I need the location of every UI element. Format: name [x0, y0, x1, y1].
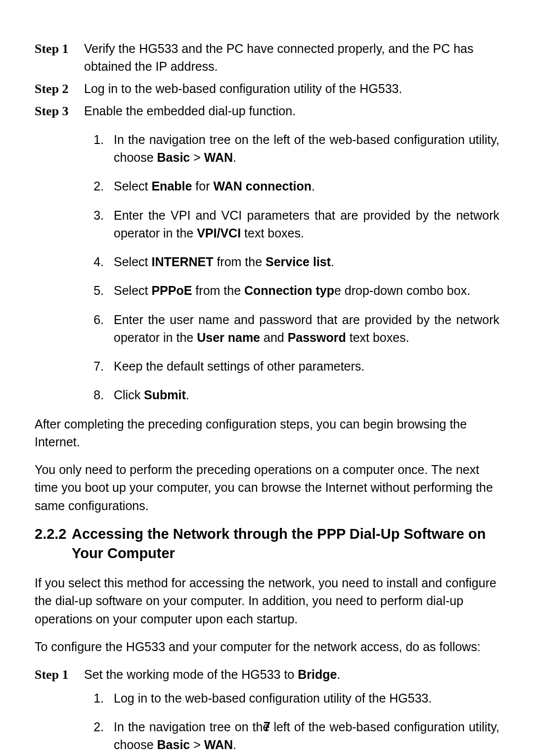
bold-run: Password — [288, 331, 346, 344]
text-run: . — [331, 255, 334, 269]
list-text: Select Enable for WAN connection. — [114, 177, 499, 195]
bold-run: WAN — [204, 150, 233, 164]
list-text: Select INTERNET from the Service list. — [114, 253, 499, 271]
list-text: Select PPPoE from the Connection type dr… — [114, 282, 499, 299]
step-label: Step 1 — [35, 665, 84, 684]
bold-run: Service list — [266, 255, 331, 269]
list-item: 3. Enter the VPI and VCI parameters that… — [79, 206, 499, 242]
page: Step 1 Verify the HG533 and the PC have … — [0, 0, 534, 756]
text-run: . — [186, 388, 189, 402]
list-marker: 2. — [79, 177, 114, 195]
list-item: 7. Keep the default settings of other pa… — [79, 357, 499, 375]
bold-run: Bridge — [298, 667, 337, 681]
step-text: Enable the embedded dial-up function. — [84, 102, 499, 121]
list-item: 8. Click Submit. — [79, 386, 499, 404]
bold-run: VPI/VCI — [197, 226, 241, 240]
page-number: 7 — [0, 719, 534, 734]
bold-run: WAN — [204, 738, 233, 752]
list-text: Click Submit. — [114, 386, 499, 404]
text-run: for — [192, 179, 213, 193]
bold-run: Enable — [151, 179, 192, 193]
list-item: 5. Select PPPoE from the Connection type… — [79, 282, 499, 299]
heading-number: 2.2.2 — [35, 524, 72, 563]
text-run: Select — [114, 179, 151, 193]
text-run: and — [260, 331, 288, 344]
text-run: . — [312, 179, 315, 193]
step-text: Verify the HG533 and the PC have connect… — [84, 40, 499, 76]
step-label: Step 1 — [35, 40, 84, 76]
text-run: Select — [114, 284, 151, 297]
bold-run: INTERNET — [151, 255, 213, 269]
list-text: In the navigation tree on the left of th… — [114, 131, 499, 167]
list-text: Log in to the web-based configuration ut… — [114, 689, 499, 707]
list-marker: 8. — [79, 386, 114, 404]
text-run: Select — [114, 255, 151, 269]
list-item: 1. In the navigation tree on the left of… — [79, 131, 499, 167]
list-marker: 5. — [79, 282, 114, 299]
text-run: > — [190, 150, 204, 164]
list-text: Enter the user name and password that ar… — [114, 311, 499, 347]
list-marker: 3. — [79, 206, 114, 242]
text-run: text boxes. — [241, 226, 304, 240]
bold-run: Connection typ — [244, 284, 334, 297]
step-label: Step 3 — [35, 102, 84, 121]
text-run: from the — [192, 284, 244, 297]
paragraph: You only need to perform the preceding o… — [35, 461, 499, 515]
ordered-list-a: 1. In the navigation tree on the left of… — [79, 131, 499, 404]
list-item: 4. Select INTERNET from the Service list… — [79, 253, 499, 271]
list-item: 6. Enter the user name and password that… — [79, 311, 499, 347]
paragraph: If you select this method for accessing … — [35, 574, 499, 628]
text-run: from the — [213, 255, 266, 269]
step-1: Step 1 Verify the HG533 and the PC have … — [35, 40, 499, 76]
list-marker: 7. — [79, 357, 114, 375]
list-marker: 6. — [79, 311, 114, 347]
text-run: > — [190, 738, 204, 752]
list-marker: 4. — [79, 253, 114, 271]
list-text: Enter the VPI and VCI parameters that ar… — [114, 206, 499, 242]
step-3: Step 3 Enable the embedded dial-up funct… — [35, 102, 499, 121]
step-text: Set the working mode of the HG533 to Bri… — [84, 665, 499, 684]
bold-run: Basic — [157, 738, 190, 752]
text-run: . — [233, 738, 236, 752]
text-run: Click — [114, 388, 144, 402]
bold-run: PPPoE — [151, 284, 192, 297]
list-item: 2. Select Enable for WAN connection. — [79, 177, 499, 195]
text-run: . — [233, 150, 236, 164]
paragraph: To configure the HG533 and your computer… — [35, 638, 499, 656]
list-text: Keep the default settings of other param… — [114, 357, 499, 375]
section-heading: 2.2.2 Accessing the Network through the … — [35, 524, 499, 563]
text-run: Log in to the web-based configuration ut… — [114, 691, 432, 705]
text-run: text boxes. — [346, 331, 409, 344]
heading-text: Accessing the Network through the PPP Di… — [72, 524, 499, 563]
list-marker: 1. — [79, 689, 114, 707]
bold-run: User name — [197, 331, 260, 344]
text-run: Keep the default settings of other param… — [114, 359, 364, 373]
bold-run: WAN connection — [214, 179, 312, 193]
step-b1: Step 1 Set the working mode of the HG533… — [35, 665, 499, 684]
bold-run: Submit — [144, 388, 186, 402]
step-label: Step 2 — [35, 80, 84, 98]
step-2: Step 2 Log in to the web-based configura… — [35, 80, 499, 98]
text-run: . — [337, 667, 340, 681]
list-marker: 1. — [79, 131, 114, 167]
text-run: e drop-down combo box. — [334, 284, 470, 297]
bold-run: Basic — [157, 150, 190, 164]
paragraph: After completing the preceding configura… — [35, 415, 499, 451]
list-item: 1. Log in to the web-based configuration… — [79, 689, 499, 707]
text-run: Set the working mode of the HG533 to — [84, 667, 298, 681]
text-run: Enter the VPI and VCI parameters that ar… — [114, 208, 499, 240]
step-text: Log in to the web-based configuration ut… — [84, 80, 499, 98]
